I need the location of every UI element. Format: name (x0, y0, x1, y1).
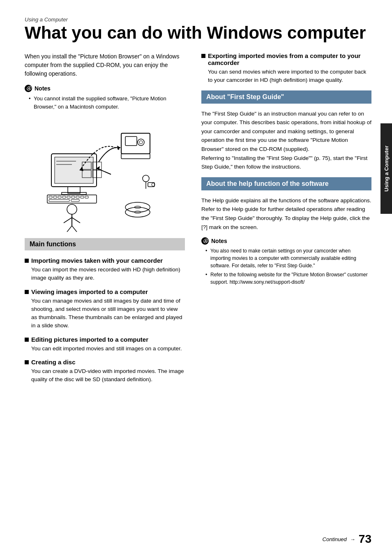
function-item-3: Editing pictures imported to a computer … (25, 336, 185, 353)
first-step-heading: About "First Step Guide" (206, 93, 284, 100)
svg-point-35 (143, 175, 149, 182)
function-desc-2: You can manage movies and still images b… (25, 297, 185, 330)
notes-heading: Ⓐ Notes (25, 85, 185, 92)
function-item-4: Creating a disc You can create a DVD-vid… (25, 359, 185, 384)
help-notes-icon: Ⓐ (201, 237, 209, 245)
intro-text: When you install the "Picture Motion Bro… (25, 52, 185, 78)
continued-text: Continued (323, 536, 347, 542)
help-heading: About the help function of the software (206, 180, 329, 187)
function-item-1: Importing movies taken with your camcord… (25, 257, 185, 282)
page-number: 73 (359, 533, 371, 546)
bullet-2 (25, 290, 29, 294)
function-heading-4: Creating a disc (25, 359, 185, 366)
export-item: Exporting imported movies from a compute… (201, 52, 371, 85)
help-desc: The Help guide explains all the function… (201, 196, 371, 232)
help-box: About the help function of the software (201, 177, 371, 190)
sidebar-wrapper: Using a Computer (380, 123, 392, 214)
svg-rect-17 (71, 199, 79, 201)
notes-icon: Ⓐ (25, 85, 32, 92)
help-notes-box: Ⓐ Notes You also need to make certain se… (201, 237, 371, 286)
function-heading-1: Importing movies taken with your camcord… (25, 257, 185, 264)
function-desc-4: You can create a DVD-video with imported… (25, 367, 185, 384)
sidebar-label: Using a Computer (383, 146, 390, 192)
bullet-1 (25, 259, 29, 263)
help-notes-heading: Ⓐ Notes (201, 237, 371, 245)
svg-point-21 (139, 141, 143, 144)
section-label: Using a Computer (25, 16, 371, 23)
main-functions-box: Main functions (25, 238, 185, 250)
svg-rect-13 (76, 196, 79, 198)
svg-rect-11 (67, 196, 70, 198)
help-notes-list: You also need to make certain settings o… (201, 247, 371, 286)
svg-rect-7 (49, 196, 52, 198)
function-desc-3: You can edit imported movies and still i… (25, 345, 185, 353)
svg-line-27 (67, 226, 72, 232)
page-footer: Continued → 73 (323, 533, 371, 546)
export-bullet (201, 54, 205, 58)
help-note-2: Refer to the following website for the "… (205, 271, 371, 286)
arrow-icon: → (350, 536, 355, 542)
bullet-3 (25, 338, 29, 342)
svg-rect-12 (71, 196, 75, 198)
bullet-4 (25, 360, 29, 364)
export-desc: You can send movies which were imported … (201, 68, 371, 85)
help-note-1: You also need to make certain settings o… (205, 247, 371, 269)
svg-line-28 (72, 226, 77, 232)
svg-rect-14 (81, 196, 84, 198)
svg-point-23 (67, 204, 77, 214)
svg-rect-10 (62, 196, 66, 198)
svg-line-26 (72, 218, 80, 223)
first-step-box: About "First Step Guide" (201, 90, 371, 104)
notes-box: Ⓐ Notes You cannot install the supplied … (25, 85, 185, 111)
function-heading-3: Editing pictures imported to a computer (25, 336, 185, 343)
svg-point-20 (138, 139, 144, 146)
svg-rect-9 (58, 196, 61, 198)
svg-rect-15 (85, 196, 88, 198)
function-desc-1: You can import the movies recorded with … (25, 266, 185, 282)
first-step-desc: The "First Step Guide" is an instruction… (201, 109, 371, 171)
function-heading-2: Viewing images imported to a computer (25, 288, 185, 295)
svg-rect-19 (125, 137, 137, 146)
right-column: Exporting imported movies from a compute… (201, 52, 371, 389)
main-functions-heading: Main functions (30, 241, 76, 248)
svg-rect-22 (121, 154, 150, 159)
note-item: You cannot install the supplied software… (29, 95, 185, 111)
left-column: When you install the "Picture Motion Bro… (25, 52, 185, 389)
page: Using a Computer What you can do with Wi… (0, 0, 392, 558)
svg-line-25 (64, 218, 72, 223)
page-title: What you can do with Windows computer (25, 23, 371, 42)
illustration (25, 119, 185, 234)
function-item-2: Viewing images imported to a computer Yo… (25, 288, 185, 330)
export-heading: Exporting imported movies from a compute… (201, 52, 371, 66)
svg-rect-16 (49, 199, 69, 201)
notes-list: You cannot install the supplied software… (25, 95, 185, 111)
svg-rect-8 (53, 196, 57, 198)
